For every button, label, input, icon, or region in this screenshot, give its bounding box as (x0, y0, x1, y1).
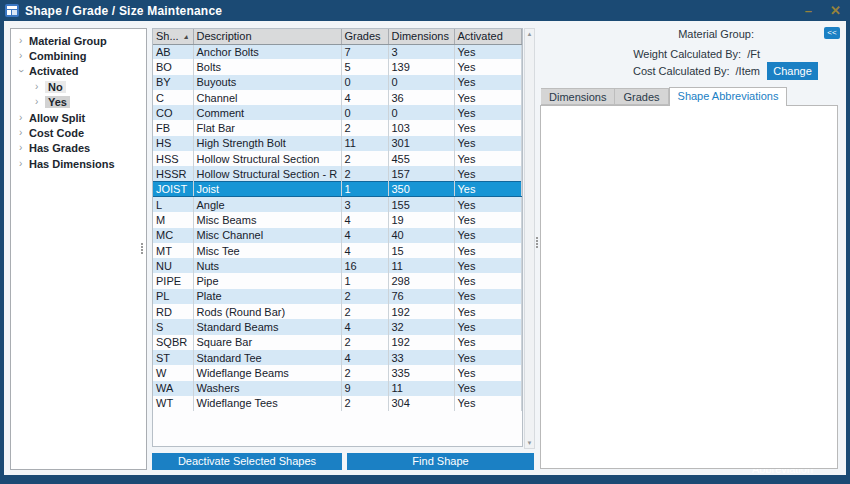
cell-activated: Yes (454, 166, 522, 181)
cell-dimensions: 298 (388, 273, 454, 288)
cell-description: Misc Beams (193, 212, 341, 227)
table-row[interactable]: SQBR Square Bar 2 192 Yes (153, 335, 522, 350)
cell-shape: HS (153, 136, 193, 151)
tree-item[interactable]: Material Group (11, 33, 146, 48)
tree-item[interactable]: Allow Split (11, 110, 146, 125)
cell-grades: 4 (341, 212, 388, 227)
chevron-icon[interactable] (35, 82, 45, 92)
cell-description: Misc Tee (193, 243, 341, 258)
shapes-table-container: Sh...▲ Description Grades Dimensions Act… (152, 28, 523, 447)
chevron-icon[interactable] (19, 128, 29, 138)
cell-dimensions: 350 (388, 182, 454, 197)
cell-activated: Yes (454, 212, 522, 227)
cell-description: Washers (193, 381, 341, 396)
table-row[interactable]: NU Nuts 16 11 Yes (153, 258, 522, 273)
tab[interactable]: Grades (615, 88, 668, 105)
cell-description: Anchor Bolts (193, 44, 341, 59)
table-row[interactable]: HSSR Hollow Structural Section - R 2 157… (153, 166, 522, 181)
minimize-icon[interactable]: – (796, 0, 821, 21)
cell-shape: BO (153, 59, 193, 74)
column-header-grades[interactable]: Grades (341, 29, 388, 44)
cell-activated: Yes (454, 289, 522, 304)
close-icon[interactable]: ✕ (821, 0, 850, 21)
cell-shape: M (153, 212, 193, 227)
chevron-icon[interactable] (19, 143, 29, 153)
deactivate-selected-shapes-button[interactable]: Deactivate Selected Shapes (152, 453, 342, 470)
tree-item[interactable]: Cost Code (11, 125, 146, 140)
table-row[interactable]: MT Misc Tee 4 15 Yes (153, 243, 522, 258)
tree-item[interactable]: Yes (11, 95, 146, 110)
weight-calculated-label: Weight Calculated By: (633, 48, 741, 60)
table-row[interactable]: AB Anchor Bolts 7 3 Yes (153, 44, 522, 59)
column-header-activated[interactable]: Activated (454, 29, 522, 44)
chevron-icon[interactable] (19, 66, 29, 76)
table-row[interactable]: W Wideflange Beams 2 335 Yes (153, 365, 522, 380)
window-title: Shape / Grade / Size Maintenance (25, 4, 222, 18)
column-header-description[interactable]: Description (193, 29, 341, 44)
column-header-dimensions[interactable]: Dimensions (388, 29, 454, 44)
table-row[interactable]: ST Standard Tee 4 33 Yes (153, 350, 522, 365)
cell-description: Bolts (193, 59, 341, 74)
cell-shape: HSS (153, 151, 193, 166)
table-row[interactable]: PIPE Pipe 1 298 Yes (153, 273, 522, 288)
chevron-icon[interactable] (19, 113, 29, 123)
table-row[interactable]: FB Flat Bar 2 103 Yes (153, 120, 522, 135)
chevron-icon[interactable] (35, 97, 45, 107)
tree-item[interactable]: Activated (11, 64, 146, 79)
cell-grades: 4 (341, 243, 388, 258)
table-row[interactable]: L Angle 3 155 Yes (153, 197, 522, 212)
scroll-up-icon[interactable]: ▲ (525, 31, 534, 37)
table-scrollbar[interactable]: ▲ ▼ (524, 28, 535, 449)
table-row[interactable]: HS High Strength Bolt 11 301 Yes (153, 136, 522, 151)
app-icon (5, 4, 19, 17)
table-row[interactable]: WA Washers 9 11 Yes (153, 381, 522, 396)
cell-grades: 5 (341, 59, 388, 74)
cell-shape: PL (153, 289, 193, 304)
cell-description: Flat Bar (193, 120, 341, 135)
table-row[interactable]: S Standard Beams 4 32 Yes (153, 319, 522, 334)
cell-grades: 9 (341, 381, 388, 396)
table-header-row: Sh...▲ Description Grades Dimensions Act… (153, 29, 522, 44)
tree-item[interactable]: Has Grades (11, 141, 146, 156)
cell-shape: MT (153, 243, 193, 258)
tree-item[interactable]: No (11, 79, 146, 94)
window-border-bottom (0, 475, 850, 484)
table-row[interactable]: WT Wideflange Tees 2 304 Yes (153, 396, 522, 411)
table-row[interactable]: BY Buyouts 0 0 Yes (153, 75, 522, 90)
weight-calculated-row: Weight Calculated By:/Ft (633, 48, 760, 60)
table-row[interactable]: MC Misc Channel 4 40 Yes (153, 228, 522, 243)
tree-item-label: Material Group (29, 35, 107, 47)
cell-dimensions: 36 (388, 90, 454, 105)
column-header-shape[interactable]: Sh...▲ (153, 29, 193, 44)
tab[interactable]: Shape Abbreviations (669, 87, 788, 106)
table-row[interactable]: PL Plate 2 76 Yes (153, 289, 522, 304)
tree-item[interactable]: Has Dimensions (11, 156, 146, 171)
cell-shape: W (153, 365, 193, 380)
table-row[interactable]: M Misc Beams 4 19 Yes (153, 212, 522, 227)
table-row[interactable]: CO Comment 0 0 Yes (153, 105, 522, 120)
table-row[interactable]: JOIST Joist 1 350 Yes (153, 182, 522, 197)
chevron-icon[interactable] (19, 159, 29, 169)
cell-dimensions: 304 (388, 396, 454, 411)
change-button[interactable]: Change (767, 62, 818, 80)
cell-activated: Yes (454, 75, 522, 90)
find-shape-button[interactable]: Find Shape (347, 453, 534, 470)
table-row[interactable]: RD Rods (Round Bar) 2 192 Yes (153, 304, 522, 319)
cost-calculated-label: Cost Calculated By: (633, 65, 730, 77)
cell-grades: 16 (341, 258, 388, 273)
chevron-icon[interactable] (19, 51, 29, 61)
table-row[interactable]: HSS Hollow Structural Section 2 455 Yes (153, 151, 522, 166)
table-row[interactable]: BO Bolts 5 139 Yes (153, 59, 522, 74)
cell-shape: L (153, 197, 193, 212)
tree-item[interactable]: Combining (11, 48, 146, 63)
cell-activated: Yes (454, 136, 522, 151)
cell-grades: 2 (341, 365, 388, 380)
splitter-grip-left[interactable] (141, 243, 143, 245)
collapse-panel-button[interactable]: << (824, 27, 840, 39)
detail-tabstrip: Dimensions Grades Shape Abbreviations (541, 88, 787, 106)
tab[interactable]: Dimensions (541, 88, 615, 105)
table-row[interactable]: C Channel 4 36 Yes (153, 90, 522, 105)
chevron-icon[interactable] (19, 36, 29, 46)
scroll-down-icon[interactable]: ▼ (525, 440, 534, 446)
splitter-grip-right[interactable] (536, 237, 538, 239)
